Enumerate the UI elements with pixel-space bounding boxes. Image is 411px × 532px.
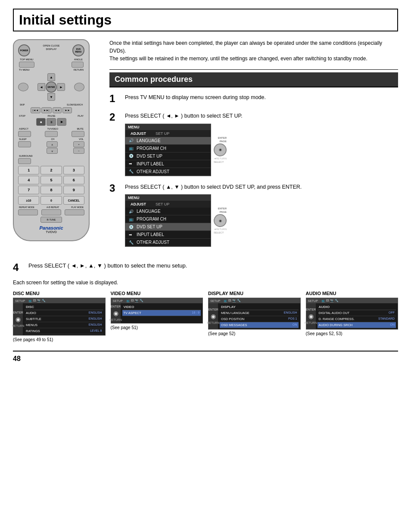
btn-6[interactable]: 6: [63, 176, 84, 184]
return-button[interactable]: [74, 83, 84, 91]
language-icon: 🔊: [129, 138, 134, 143]
r-tune-button[interactable]: R-TUNE: [40, 217, 62, 223]
aspect-button[interactable]: [18, 131, 31, 137]
menu1-item-otheradjust: 🔧 OTHER ADJUST: [125, 168, 211, 176]
next-button[interactable]: ►►|: [41, 107, 51, 113]
repeat-mode-button[interactable]: [18, 209, 38, 215]
sleep-label: SLEEP: [19, 138, 27, 140]
repeat-mode-label: REPEAT MODE: [19, 206, 34, 208]
lower-section: 4 Press SELECT ( ◄, ►, ▲, ▼ ) button to …: [13, 262, 398, 363]
tv-video-button[interactable]: [45, 131, 58, 137]
step1-text: Press TV MENU to display menu screen dur…: [125, 93, 398, 102]
prev-button[interactable]: |◄◄: [31, 107, 40, 113]
disc-mini-menu: SETUP 📺 🖼 📷 🔧 ENTER ◉ RETURN DISC AUDIO …: [13, 298, 106, 336]
btn-8[interactable]: 8: [40, 186, 62, 194]
ch-down-button[interactable]: ∨: [47, 148, 58, 154]
disc-category: DISC: [25, 304, 103, 310]
dpad-down[interactable]: ▼: [47, 93, 55, 101]
play-mode-button[interactable]: [65, 209, 84, 215]
step-2: 2 Press SELECT ( ◄, ► ) button to select…: [109, 112, 398, 176]
menu1-item-language: 🔊 LANGUAGE: [125, 137, 211, 145]
menu1-item-dvdsetup: 💿 DVD SET UP: [125, 152, 211, 160]
menu2-title: MENU: [128, 196, 140, 200]
display-menu-note: (See page 52): [208, 331, 301, 336]
page-number-bar: 48: [13, 351, 398, 363]
dvdsetup2-icon: 💿: [129, 225, 134, 229]
top-menu-button[interactable]: [19, 62, 34, 68]
dpad: ▲ ◄ ENTER ► ▼: [37, 73, 65, 101]
section-header: Common procedures: [109, 72, 398, 87]
btn-0[interactable]: 0: [40, 196, 62, 205]
otheradjust2-icon: 🔧: [129, 240, 134, 245]
return-nav2-label: ●RETURN: [214, 228, 227, 230]
step4-text: Press SELECT ( ◄, ►, ▲, ▼ ) button to se…: [28, 262, 398, 269]
page-nav-label: PAGE: [214, 140, 227, 143]
disc-menu-title: DISC MENU: [13, 291, 106, 296]
dpad-up[interactable]: ▲: [47, 73, 55, 81]
disc-row-audio: AUDIO ENGLISH: [25, 310, 103, 316]
skip-label: SKIP: [20, 103, 25, 106]
slow-fwd-button[interactable]: ►►: [62, 107, 72, 113]
btn-4[interactable]: 4: [18, 176, 39, 184]
aspect-label: ASPECT: [19, 128, 28, 130]
vol-down-button[interactable]: −: [73, 148, 84, 154]
power-button[interactable]: POWER: [18, 44, 30, 56]
slow-search-label: SLOW/SEARCH: [67, 103, 83, 106]
step-3: 3 Press SELECT ( ▲, ▼ ) button to select…: [109, 183, 398, 247]
btn-cancel[interactable]: CANCEL: [63, 196, 84, 205]
remote-control: POWER OPEN CLOSE DISPLAY DVD MENU TOP ME…: [13, 39, 99, 254]
video-icon-row: 📺 🖼 📷 🔧: [126, 299, 143, 302]
ch-up-button[interactable]: ∧: [47, 141, 58, 147]
mute-button[interactable]: [72, 131, 84, 137]
play-button[interactable]: ▶: [57, 118, 66, 126]
menu2-tab-setup: SET UP: [153, 202, 172, 207]
display-menu-title: DISPLAY MENU: [208, 291, 301, 296]
menu2-item-dvdsetup: 💿 DVD SET UP: [125, 223, 211, 231]
video-setup-label: SETUP: [113, 299, 123, 302]
video-menu-column: VIDEO MENU SETUP 📺 🖼 📷 🔧 ENTER ◉ RETURN …: [111, 291, 203, 342]
nav-circle-2: ◉: [214, 214, 227, 227]
btn-2[interactable]: 2: [40, 166, 62, 174]
content-area: Once the intial settings have been compl…: [109, 39, 398, 254]
btn-1[interactable]: 1: [18, 166, 39, 174]
btn-7[interactable]: 7: [18, 186, 39, 194]
btn-3[interactable]: 3: [63, 166, 84, 174]
video-menu-title: VIDEO MENU: [111, 291, 203, 296]
stop-button[interactable]: ■: [36, 118, 46, 126]
sleep-button[interactable]: [18, 141, 31, 147]
tv-menu-label: TV MENU: [19, 68, 30, 71]
display-enter-label: ENTER: [208, 308, 218, 311]
pause-button[interactable]: ⏸: [47, 118, 56, 126]
language2-icon: 🔊: [129, 209, 134, 214]
disc-menu-note: (See pages 49 to 51): [13, 337, 106, 342]
nav-buttons-1: ENTER PAGE ◉ ●RETURN SELECT: [214, 137, 227, 163]
dpad-right[interactable]: ►: [57, 83, 65, 91]
surround-button[interactable]: [18, 158, 31, 164]
menu-grid: DISC MENU SETUP 📺 🖼 📷 🔧 ENTER ◉ RETURN D…: [13, 291, 398, 342]
intro-text: Once the intial settings have been compl…: [109, 39, 398, 62]
enter-button[interactable]: ENTER: [46, 81, 57, 93]
btn-10plus[interactable]: ≥10: [18, 196, 39, 205]
disc-row-menus: MENUS ENGLISH: [25, 322, 103, 328]
top-menu-label: TOP MENU: [20, 58, 33, 61]
stop-label: STOP: [19, 115, 25, 117]
angle-button[interactable]: [72, 62, 84, 68]
display-row-osdmsg: OSD MESSAGES ON: [220, 322, 299, 328]
disc-icon-row: 📺 🖼 📷 🔧: [28, 299, 46, 302]
btn-9[interactable]: 9: [63, 186, 84, 194]
btn-5[interactable]: 5: [40, 176, 62, 184]
dvd-menu-button[interactable]: DVD MENU: [72, 44, 84, 56]
tv-menu-button[interactable]: [18, 83, 28, 91]
display-setup-label: SETUP: [210, 299, 220, 302]
programch2-icon: 📺: [129, 217, 134, 221]
each-screen-text: Each screen for setting the value is dis…: [13, 280, 398, 286]
ab-repeat-button[interactable]: [41, 209, 61, 215]
menu2-item-inputlabel: ➡ INPUT LABEL: [125, 231, 211, 239]
page-nav2-label: PAGE: [214, 211, 227, 213]
dpad-left[interactable]: ◄: [37, 83, 45, 91]
slow-rev-button[interactable]: ◄◄: [53, 107, 62, 113]
menu-screenshot-1: MENU ADJUST SET UP 🔊 LANGUAGE 📺 PROG: [125, 124, 398, 176]
vol-up-button[interactable]: +: [73, 141, 84, 147]
ab-repeat-label: A-B REPEAT: [47, 206, 59, 208]
tv-video-label: TV/VIDEO: [47, 128, 58, 130]
